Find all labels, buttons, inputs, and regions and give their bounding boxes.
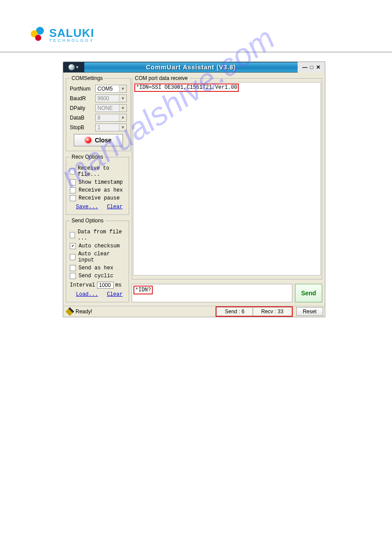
- status-counters-highlight: Send : 6 Recv : 33: [216, 307, 291, 316]
- saluki-logo-text: SALUKI TECHNOLOGY: [49, 27, 94, 43]
- data-from-file-checkbox[interactable]: [70, 232, 75, 238]
- receive-group: COM port data receive *IDN=SSI OE3001,C1…: [132, 75, 322, 279]
- interval-unit: ms: [115, 282, 122, 288]
- parity-select[interactable]: NONE ▼: [95, 104, 127, 112]
- brand-name: SALUKI: [49, 27, 94, 39]
- recv-pause-label: Receive pause: [79, 195, 120, 201]
- close-port-label: Close: [95, 137, 111, 144]
- dropdown-caret-icon: ▼: [119, 114, 126, 121]
- reset-button-label: Reset: [303, 308, 316, 315]
- databits-select[interactable]: 8 ▼: [95, 114, 127, 122]
- show-timestamp-checkbox[interactable]: [70, 179, 76, 185]
- minimize-button[interactable]: —: [302, 64, 307, 70]
- status-led-icon: [85, 137, 91, 143]
- auto-checksum-label: Auto checksum: [79, 243, 120, 249]
- send-as-hex-label: Send as hex: [79, 265, 113, 271]
- stopbits-value: 1: [96, 124, 119, 131]
- send-cyclic-checkbox[interactable]: [70, 273, 76, 279]
- portnum-value: COM5: [96, 86, 119, 92]
- close-window-button[interactable]: ✕: [316, 64, 320, 70]
- status-text: Ready!: [76, 308, 92, 315]
- window-title: CommUart Assistant (V3.8): [84, 62, 298, 73]
- titlebar-menu-caret-icon[interactable]: ▼: [76, 65, 79, 69]
- interval-input[interactable]: [97, 282, 114, 289]
- send-load-link[interactable]: Load...: [76, 291, 98, 297]
- auto-clear-input-label: Auto clear input: [78, 251, 125, 263]
- recv-to-file-checkbox[interactable]: [70, 168, 75, 174]
- recv-save-link[interactable]: Save...: [76, 204, 98, 210]
- saluki-logo-icon: [31, 27, 47, 43]
- maximize-button[interactable]: □: [310, 64, 313, 70]
- dropdown-caret-icon: ▼: [119, 124, 126, 131]
- reset-button[interactable]: Reset: [296, 307, 323, 316]
- baud-value: 9600: [96, 95, 119, 102]
- baud-label: BaudR: [70, 95, 93, 102]
- portnum-label: PortNum: [70, 86, 93, 92]
- statusbar: Ready! Send : 6 Recv : 33 Reset: [63, 306, 325, 317]
- dropdown-caret-icon: ▼: [119, 105, 126, 112]
- databits-value: 8: [96, 115, 119, 121]
- recv-to-file-label: Receive to file...: [78, 165, 125, 178]
- parity-label: DPaity: [70, 105, 93, 111]
- recv-clear-link[interactable]: Clear: [107, 204, 122, 210]
- send-button-label: Send: [301, 290, 316, 297]
- data-from-file-label: Data from file ...: [78, 229, 125, 241]
- databits-label: DataB: [70, 115, 93, 121]
- document-header: SALUKI TECHNOLOGY: [0, 0, 392, 52]
- send-cyclic-label: Send cyclic: [79, 273, 113, 279]
- titlebar-left-cap[interactable]: ▼: [63, 62, 84, 73]
- send-as-hex-checkbox[interactable]: [70, 265, 76, 271]
- pencil-icon: [65, 307, 74, 316]
- show-timestamp-label: Show timestamp: [79, 179, 123, 185]
- stopbits-select[interactable]: 1 ▼: [95, 123, 127, 131]
- send-options-group: Send Options Data from file ... ✔ Auto c…: [66, 218, 129, 302]
- brand-sub: TECHNOLOGY: [49, 39, 94, 43]
- window-controls: — □ ✕: [298, 62, 325, 73]
- receive-legend: COM port data receive: [133, 75, 190, 81]
- app-window: ▼ CommUart Assistant (V3.8) — □ ✕ COMSet…: [63, 62, 325, 317]
- stopbits-label: StopB: [70, 124, 93, 131]
- parity-value: NONE: [96, 105, 119, 111]
- receive-textarea[interactable]: *IDN=SSI OE3001,C1561721,Ver1.00: [133, 82, 321, 276]
- send-input[interactable]: *IDN?: [132, 284, 292, 302]
- app-icon: [68, 64, 75, 70]
- send-count: Send : 6: [216, 307, 253, 316]
- auto-checksum-checkbox[interactable]: ✔: [70, 243, 76, 249]
- baud-select[interactable]: 9600 ▼: [95, 94, 127, 102]
- recv-count: Recv : 33: [253, 307, 292, 316]
- auto-clear-input-checkbox[interactable]: [70, 254, 76, 260]
- dropdown-caret-icon: ▼: [119, 85, 126, 92]
- recv-options-group: Recv Options Receive to file... Show tim…: [66, 154, 129, 215]
- receive-line-1: *IDN=SSI OE3001,C1561721,Ver1.00: [136, 84, 237, 91]
- recv-options-legend: Recv Options: [70, 154, 105, 160]
- com-settings-legend: COMSettings: [70, 75, 104, 81]
- send-text-highlight: *IDN?: [133, 286, 153, 294]
- receive-line-highlight: *IDN=SSI OE3001,C1561721,Ver1.00: [134, 83, 239, 92]
- send-button[interactable]: Send: [295, 284, 322, 302]
- interval-label: Interval: [70, 282, 95, 288]
- send-options-legend: Send Options: [70, 218, 105, 224]
- send-text-value: *IDN?: [135, 287, 151, 293]
- recv-as-hex-checkbox[interactable]: [70, 187, 76, 193]
- recv-as-hex-label: Receive as hex: [79, 187, 123, 193]
- recv-pause-checkbox[interactable]: [70, 195, 76, 201]
- com-settings-group: COMSettings PortNum COM5 ▼ BaudR 9600 ▼: [66, 75, 131, 151]
- dropdown-caret-icon: ▼: [119, 95, 126, 102]
- titlebar: ▼ CommUart Assistant (V3.8) — □ ✕: [63, 62, 325, 73]
- portnum-select[interactable]: COM5 ▼: [95, 85, 127, 93]
- send-clear-link[interactable]: Clear: [107, 291, 122, 297]
- close-port-button[interactable]: Close: [74, 134, 123, 146]
